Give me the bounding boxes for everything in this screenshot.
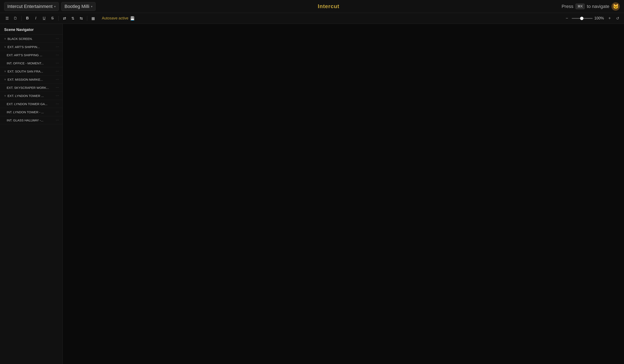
scene-more-button[interactable]: ···	[56, 110, 59, 114]
reset-zoom-button[interactable]: ↺	[614, 15, 621, 22]
reset-icon: ↺	[616, 16, 619, 21]
scene-item[interactable]: INT. LYNDON TOWER - ...···	[0, 108, 63, 116]
scene-item[interactable]: EXT. SKYSCRAPER WORK...···	[0, 84, 63, 92]
header-center: Intercut	[98, 3, 559, 10]
chevron-down-icon: ∨	[3, 70, 7, 73]
top-bar-right: Press ⌘K to navigate 🐱	[561, 2, 620, 11]
align-center-button[interactable]: ⇅	[69, 15, 77, 22]
press-text: Press	[561, 4, 573, 9]
main-content	[63, 24, 624, 364]
scene-more-button[interactable]: ···	[56, 102, 59, 106]
project-chevron-icon: ▾	[91, 5, 92, 8]
align-right-icon: ⇆	[80, 16, 83, 21]
align-left-icon: ⇄	[63, 16, 66, 21]
minus-icon: −	[566, 16, 568, 21]
italic-icon: I	[35, 16, 36, 21]
align-center-icon: ⇅	[71, 16, 75, 21]
scene-label: EXT. SOUTH SAN FRA...	[7, 70, 55, 73]
document-icon: 🗋	[14, 16, 17, 21]
scene-item[interactable]: ∨EXT. SOUTH SAN FRA...···	[0, 67, 63, 75]
toolbar-divider-1	[21, 16, 22, 21]
block-icon: ▦	[91, 16, 95, 21]
zoom-slider[interactable]	[572, 18, 593, 19]
scene-more-button[interactable]: ···	[56, 37, 59, 41]
scene-navigator: Scene Navigator ∨BLACK SCREEN.···∨EXT. A…	[0, 24, 63, 364]
scene-item[interactable]: EXT. ART'S SHIPPING ...···	[0, 51, 63, 59]
block-button[interactable]: ▦	[89, 15, 97, 22]
keyboard-shortcut-badge: ⌘K	[575, 3, 585, 9]
avatar[interactable]: 🐱	[611, 2, 620, 11]
scene-item[interactable]: ∨BLACK SCREEN.···	[0, 35, 63, 43]
zoom-controls: − 100% + ↺	[564, 15, 621, 22]
scene-list: ∨BLACK SCREEN.···∨EXT. ART'S SHIPPIN...·…	[0, 35, 63, 364]
bold-icon: B	[26, 16, 29, 21]
scene-label: EXT. ART'S SHIPPIN...	[7, 45, 55, 49]
scene-item[interactable]: INT. GLASS HALLWAY -...···	[0, 116, 63, 124]
scene-label: INT. GLASS HALLWAY -...	[7, 119, 55, 122]
scene-item[interactable]: ∨EXT. MISSION MARKE...···	[0, 75, 63, 84]
scene-label: EXT. ART'S SHIPPING ...	[7, 53, 55, 57]
scene-label: EXT. LYNDON TOWER ...	[7, 94, 55, 97]
scene-label: BLACK SCREEN.	[7, 37, 55, 41]
scene-more-button[interactable]: ···	[56, 118, 59, 122]
align-left-button[interactable]: ⇄	[61, 15, 68, 22]
autosave-text: Autosave active	[102, 16, 129, 21]
scene-label: INT. OFFICE - MOMENT...	[7, 61, 55, 65]
navigator-header: Scene Navigator	[0, 24, 63, 35]
scene-more-button[interactable]: ···	[56, 86, 59, 89]
strikethrough-icon: S	[51, 16, 54, 21]
zoom-percent: 100%	[594, 16, 605, 21]
underline-icon: U	[43, 16, 46, 21]
project-dropdown[interactable]: Bootleg Milli ▾	[61, 2, 96, 11]
zoom-out-button[interactable]: −	[564, 15, 570, 22]
top-bar: Intercut Entertainment ▾ Bootleg Milli ▾…	[0, 0, 624, 13]
scene-more-button[interactable]: ···	[56, 45, 59, 49]
chevron-down-icon: ∨	[3, 78, 7, 81]
org-label: Intercut Entertainment	[7, 4, 52, 9]
chevron-down-icon: ∨	[3, 94, 7, 97]
chevron-down-icon: ∨	[3, 37, 7, 40]
scene-more-button[interactable]: ···	[56, 94, 59, 97]
scene-item[interactable]: ∨EXT. ART'S SHIPPIN...···	[0, 43, 63, 51]
app-title: Intercut	[318, 3, 339, 10]
navigate-text: to navigate	[587, 4, 609, 9]
scene-label: EXT. LYNDON TOWER GA...	[7, 102, 55, 106]
autosave-area: Autosave active 💾	[102, 16, 135, 21]
scene-item[interactable]: EXT. LYNDON TOWER GA...···	[0, 100, 63, 108]
scene-more-button[interactable]: ···	[56, 61, 59, 65]
menu-button[interactable]: ☰	[3, 15, 11, 22]
italic-button[interactable]: I	[32, 15, 40, 22]
plus-icon: +	[608, 16, 611, 21]
scene-more-button[interactable]: ···	[56, 77, 59, 81]
save-icon: 💾	[130, 16, 135, 21]
document-button[interactable]: 🗋	[12, 15, 19, 22]
scene-item[interactable]: INT. OFFICE - MOMENT...···	[0, 59, 63, 67]
toolbar: ☰ 🗋 B I U S ⇄ ⇅ ⇆ ▦ Autosave active 💾 − …	[0, 13, 624, 24]
bold-button[interactable]: B	[24, 15, 31, 22]
zoom-in-button[interactable]: +	[606, 15, 613, 22]
scene-item[interactable]: ∨EXT. LYNDON TOWER ...···	[0, 92, 63, 100]
toolbar-divider-3	[87, 16, 87, 21]
menu-icon: ☰	[5, 16, 9, 21]
align-right-button[interactable]: ⇆	[77, 15, 85, 22]
project-label: Bootleg Milli	[64, 4, 89, 9]
underline-button[interactable]: U	[40, 15, 48, 22]
main-layout: Scene Navigator ∨BLACK SCREEN.···∨EXT. A…	[0, 24, 624, 364]
scene-label: EXT. SKYSCRAPER WORK...	[7, 86, 55, 89]
org-dropdown[interactable]: Intercut Entertainment ▾	[4, 2, 59, 11]
scene-more-button[interactable]: ···	[56, 53, 59, 57]
navigator-title: Scene Navigator	[4, 27, 34, 32]
scene-label: INT. LYNDON TOWER - ...	[7, 110, 55, 114]
scene-more-button[interactable]: ···	[56, 69, 59, 73]
org-chevron-icon: ▾	[54, 5, 56, 8]
scene-label: EXT. MISSION MARKE...	[7, 78, 55, 81]
chevron-down-icon: ∨	[3, 45, 7, 49]
strikethrough-button[interactable]: S	[49, 15, 56, 22]
